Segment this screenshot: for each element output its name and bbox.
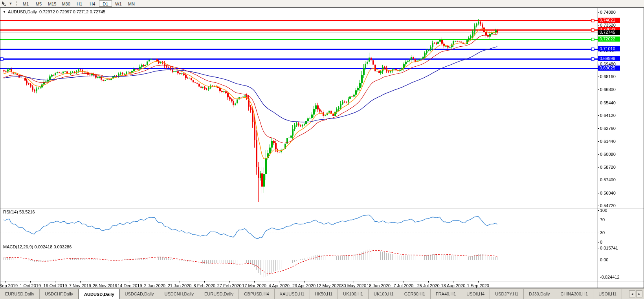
tab-scroll-left-icon[interactable]: ◄ [629, 290, 635, 297]
date-label: 18 Jun 2020 [367, 283, 391, 288]
price-line-label: 0.69999 [598, 56, 620, 61]
date-label: 2 Jan 2020 [144, 283, 165, 288]
date-label: 1 Sep 2020 [467, 283, 489, 288]
timeframe-button-m1[interactable]: M1 [19, 0, 32, 7]
timeframe-button-m5[interactable]: M5 [32, 0, 45, 7]
date-label: 26 Nov 2019 [93, 283, 117, 288]
price-tick: 0.58720 [600, 165, 616, 170]
chart-tab-usdjpy[interactable]: USDJPY,H1 [490, 289, 524, 299]
price-tick: 0.65440 [600, 100, 616, 105]
timeframe-button-h4[interactable]: H4 [86, 0, 99, 7]
price-line-label: 0.71010 [598, 46, 620, 51]
price-tick: 0.61440 [600, 139, 616, 144]
timeframe-button-h1[interactable]: H1 [73, 0, 86, 7]
date-label: 25 Jul 2020 [417, 283, 440, 288]
date-label: 30 May 2020 [341, 283, 366, 288]
chart-tab-uk100[interactable]: UK100,H1 [369, 289, 399, 299]
timeframe-buttons: M1M5M15M30H1H4D1W1MN [19, 0, 138, 7]
price-line-label: 0.74021 [598, 18, 620, 23]
chart-tab-hk50[interactable]: HK50,H1 [310, 289, 338, 299]
price-tick: 0.64120 [600, 113, 616, 118]
tab-scroll-right-icon[interactable]: ► [636, 290, 642, 297]
rsi-tick: 0 [600, 240, 602, 244]
rsi-tick: 70 [600, 217, 605, 222]
date-label: 21 Jan 2020 [168, 283, 192, 288]
chart-tab-xauusd[interactable]: XAUUSD,H1 [275, 289, 310, 299]
date-label: 7 Nov 2019 [69, 283, 91, 288]
macd-tick: 0.015741 [600, 246, 618, 250]
date-label: 12 May 2020 [316, 283, 341, 288]
chart-tab-usoil[interactable]: USOil,H4 [461, 289, 490, 299]
chart-tab-china300[interactable]: CHINA300,H1 [555, 289, 593, 299]
timeframe-button-m15[interactable]: M15 [45, 0, 59, 7]
price-tick: 0.74880 [600, 10, 616, 15]
chart-tab-eurusd[interactable]: EURUSD,Daily [0, 289, 40, 299]
timeframe-button-w1[interactable]: W1 [112, 0, 125, 7]
chart-tabs: EURUSD,DailyUSDCHF,DailyAUDUSD,DailyUSDC… [0, 289, 627, 299]
chart-window: ▼AUDUSD,Daily 0.72972 0.72997 0.72712 0.… [0, 7, 644, 288]
chart-title: ▼AUDUSD,Daily 0.72972 0.72997 0.72712 0.… [3, 9, 105, 14]
toolbar-separator [140, 1, 140, 6]
toolbar-grip[interactable] [16, 1, 18, 6]
date-label: 17 Mar 2020 [242, 283, 266, 288]
price-tick: 0.56040 [600, 191, 616, 195]
chart-tab-fra40[interactable]: FRA40,H1 [431, 289, 461, 299]
chart-tab-audusd[interactable]: AUDUSD,Daily [79, 289, 119, 299]
date-label: 19 Oct 2019 [44, 283, 67, 288]
date-label: 23 Apr 2020 [292, 283, 316, 288]
date-label: 7 Jul 2020 [393, 283, 413, 288]
chart-tab-usdchf[interactable]: USDCHF,Daily [40, 289, 79, 299]
chart-canvas[interactable] [0, 7, 644, 288]
rsi-indicator-label: RSI(14) 53.5216 [3, 210, 35, 214]
price-line-label: 0.69025 [598, 66, 620, 71]
macd-tick: -0.024412 [600, 275, 620, 279]
date-label: 1 Oct 2019 [20, 283, 41, 288]
chart-tab-ger30[interactable]: GER30,H1 [399, 289, 431, 299]
date-label: 8 Feb 2020 [194, 283, 216, 288]
macd-tick: 0.00 [600, 257, 608, 262]
chart-tab-gbpusd[interactable]: GBPUSD,H4 [239, 289, 275, 299]
date-label: 27 Feb 2020 [217, 283, 242, 288]
price-line-label: 0.72022 [598, 36, 620, 42]
cursor-tool-dropdown-icon[interactable]: ▼ [8, 0, 13, 7]
price-tick: 0.62760 [600, 126, 616, 131]
timeframe-toolbar: ▼ M1M5M15M30H1H4D1W1MN [0, 0, 644, 7]
chart-tab-dj30[interactable]: DJ30,Daily [524, 289, 555, 299]
chart-tabbar: EURUSD,DailyUSDCHF,DailyAUDUSD,DailyUSDC… [0, 288, 644, 299]
macd-indicator-label: MACD(12,26,9) 0.002418 0.003286 [3, 244, 72, 249]
price-tick: 0.66800 [600, 87, 616, 92]
time-axis[interactable]: 12 Sep 20191 Oct 201919 Oct 20197 Nov 20… [0, 282, 644, 288]
price-tick: 0.57400 [600, 177, 616, 182]
price-tick: 0.54720 [600, 203, 616, 208]
chart-tab-usoil[interactable]: USOil,H1 [593, 289, 622, 299]
chart-symbol-label: AUDUSD,Daily [8, 9, 37, 14]
price-tick: 0.60080 [600, 152, 616, 157]
rsi-tick: 100 [600, 208, 607, 213]
chart-ohlc-values: 0.72972 0.72997 0.72712 0.72745 [39, 9, 105, 14]
date-label: 14 Dec 2019 [117, 283, 142, 288]
chart-tab-eurusd[interactable]: EURUSD,Daily [199, 289, 239, 299]
chart-tab-usdcad[interactable]: USDCAD,Daily [120, 289, 160, 299]
timeframe-button-d1[interactable]: D1 [99, 0, 112, 7]
tab-scroll-controls: ◄ ► [627, 289, 644, 299]
price-tick: 0.68160 [600, 74, 616, 79]
collapse-triangle-icon[interactable]: ▼ [3, 10, 6, 14]
date-label: 4 Apr 2020 [269, 283, 290, 288]
timeframe-button-m30[interactable]: M30 [59, 0, 73, 7]
cursor-tool-icon[interactable] [0, 0, 8, 7]
chart-tab-usdcnh[interactable]: USDCNH,Daily [159, 289, 199, 299]
timeframe-button-mn[interactable]: MN [125, 0, 138, 7]
date-label: 12 Sep 2019 [0, 283, 18, 288]
date-label: 13 Aug 2020 [441, 283, 466, 288]
chart-tab-uk100[interactable]: UK100,H1 [338, 289, 369, 299]
current-price-label: 0.72745 [598, 30, 620, 35]
mt4-terminal: ▼ M1M5M15M30H1H4D1W1MN ▼AUDUSD,Daily 0.7… [0, 0, 644, 299]
rsi-tick: 30 [600, 230, 605, 235]
